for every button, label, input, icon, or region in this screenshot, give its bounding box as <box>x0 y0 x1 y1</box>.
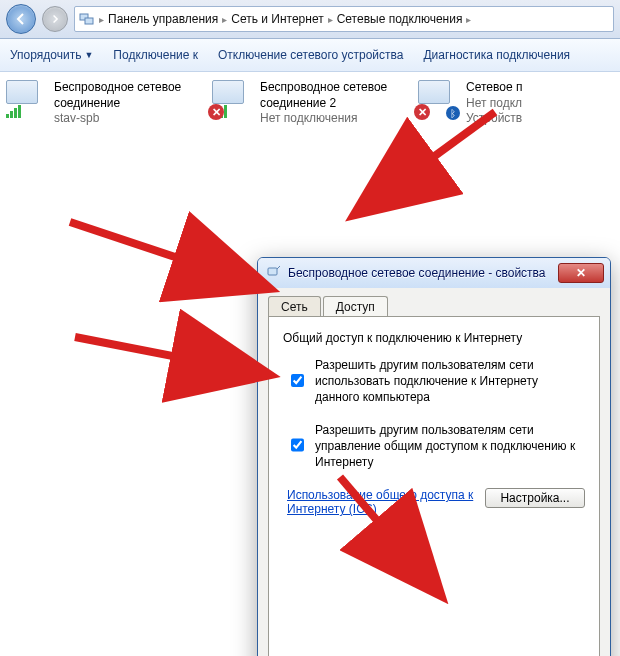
ethernet-bluetooth-icon: ✕ᛒ <box>418 80 458 116</box>
svg-rect-1 <box>85 18 93 24</box>
svg-line-6 <box>75 337 265 374</box>
diagnose-label: Диагностика подключения <box>423 48 570 62</box>
properties-dialog: Беспроводное сетевое соединение - свойст… <box>257 257 611 656</box>
breadcrumb-seg[interactable]: Сетевые подключения <box>337 12 463 26</box>
toolbar: Упорядочить ▼ Подключение к Отключение с… <box>0 39 620 72</box>
connection-status: Нет подключения <box>260 111 410 127</box>
back-button[interactable] <box>6 4 36 34</box>
disable-device-button[interactable]: Отключение сетевого устройства <box>218 48 403 62</box>
dialog-title: Беспроводное сетевое соединение - свойст… <box>288 266 552 280</box>
wifi-disconnected-icon: ✕ <box>212 80 252 116</box>
breadcrumb-seg[interactable]: Панель управления <box>108 12 218 26</box>
chevron-right-icon: ▸ <box>222 14 227 25</box>
tab-strip: Сеть Доступ <box>268 296 600 317</box>
breadcrumb-seg[interactable]: Сеть и Интернет <box>231 12 323 26</box>
tab-label: Доступ <box>336 300 375 314</box>
connection-status: stav-spb <box>54 111 204 127</box>
tab-label: Сеть <box>281 300 308 314</box>
connection-status: Нет подкл <box>466 96 528 112</box>
connection-item[interactable]: Беспроводное сетевое соединение stav-spb <box>6 80 204 127</box>
chevron-right-icon: ▸ <box>328 14 333 25</box>
network-icon <box>79 11 95 27</box>
connection-title: Беспроводное сетевое соединение 2 <box>260 80 410 111</box>
organize-menu[interactable]: Упорядочить ▼ <box>10 48 93 62</box>
chevron-down-icon: ▼ <box>84 50 93 60</box>
ics-help-link[interactable]: Использование общего доступа к Интернету… <box>287 488 477 516</box>
connection-title: Сетевое п <box>466 80 528 96</box>
chevron-right-icon: ▸ <box>466 14 471 25</box>
allow-control-checkbox[interactable] <box>291 423 304 468</box>
arrow-left-icon <box>14 12 28 26</box>
allow-sharing-checkbox[interactable] <box>291 358 304 403</box>
connection-device: Устройств <box>466 111 528 127</box>
settings-button[interactable]: Настройка... <box>485 488 585 508</box>
arrow-right-icon <box>50 14 60 24</box>
tab-sharing[interactable]: Доступ <box>323 296 388 317</box>
sharing-tab-pane: Общий доступ к подключению к Интернету Р… <box>268 316 600 656</box>
allow-control-label: Разрешить другим пользователям сети упра… <box>315 422 585 471</box>
adapter-icon <box>266 264 282 283</box>
svg-line-5 <box>70 222 265 287</box>
tab-network[interactable]: Сеть <box>268 296 321 317</box>
nav-bar: ▸ Панель управления ▸ Сеть и Интернет ▸ … <box>0 0 620 39</box>
settings-button-label: Настройка... <box>500 491 569 505</box>
dialog-titlebar[interactable]: Беспроводное сетевое соединение - свойст… <box>258 258 610 288</box>
organize-label: Упорядочить <box>10 48 81 62</box>
diagnose-button[interactable]: Диагностика подключения <box>423 48 570 62</box>
address-bar[interactable]: ▸ Панель управления ▸ Сеть и Интернет ▸ … <box>74 6 614 32</box>
forward-button[interactable] <box>42 6 68 32</box>
connect-label: Подключение к <box>113 48 198 62</box>
connection-item[interactable]: ✕ᛒ Сетевое п Нет подкл Устройств <box>418 80 528 127</box>
disable-label: Отключение сетевого устройства <box>218 48 403 62</box>
chevron-right-icon: ▸ <box>99 14 104 25</box>
close-icon: ✕ <box>576 266 586 280</box>
allow-sharing-label: Разрешить другим пользователям сети испо… <box>315 357 585 406</box>
connect-to-button[interactable]: Подключение к <box>113 48 198 62</box>
svg-rect-2 <box>268 268 277 275</box>
group-title: Общий доступ к подключению к Интернету <box>283 331 585 345</box>
allow-sharing-checkbox-row[interactable]: Разрешить другим пользователям сети испо… <box>287 357 585 406</box>
svg-line-3 <box>277 266 280 269</box>
connection-title: Беспроводное сетевое соединение <box>54 80 204 111</box>
allow-control-checkbox-row[interactable]: Разрешить другим пользователям сети упра… <box>287 422 585 471</box>
close-button[interactable]: ✕ <box>558 263 604 283</box>
wifi-icon <box>6 80 46 116</box>
connection-item[interactable]: ✕ Беспроводное сетевое соединение 2 Нет … <box>212 80 410 127</box>
content-pane: Беспроводное сетевое соединение stav-spb… <box>0 72 620 656</box>
